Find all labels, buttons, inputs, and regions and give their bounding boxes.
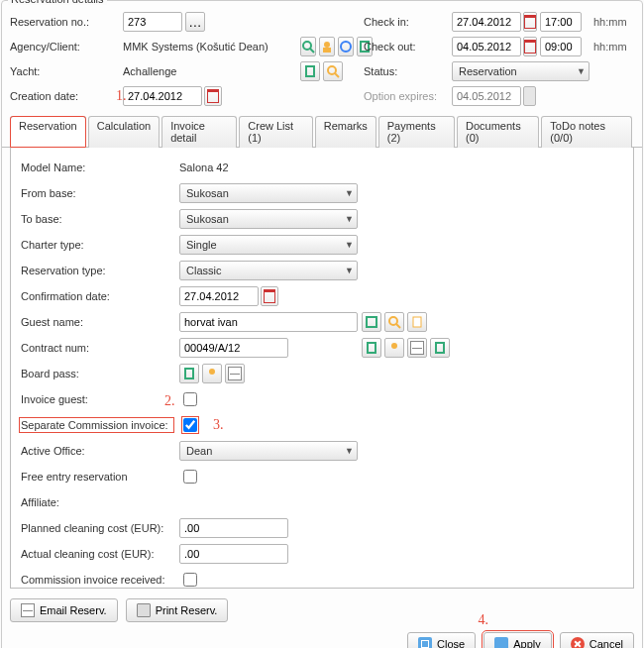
svg-point-14 (391, 343, 397, 349)
label-planned-clean: Planned cleaning cost (EUR): (21, 522, 179, 534)
contract-num-field[interactable] (179, 338, 288, 358)
guest-name-field[interactable] (179, 312, 358, 332)
tab-payments[interactable]: Payments (2) (378, 116, 455, 148)
cancel-label: Cancel (590, 638, 623, 648)
label-to-base: To base: (21, 213, 179, 225)
label-active-office: Active Office: (21, 445, 179, 457)
label-charter-type: Charter type: (21, 239, 179, 251)
edit-icon (410, 315, 424, 329)
svg-rect-9 (367, 317, 376, 327)
agency-globe-button[interactable] (338, 37, 354, 56)
apply-button[interactable]: Apply (483, 632, 552, 648)
guest-add-button[interactable] (362, 312, 381, 332)
guest-search-button[interactable] (384, 312, 404, 332)
email-reservation-button[interactable]: Email Reserv. (10, 598, 118, 622)
chevron-down-icon: ▼ (345, 240, 354, 250)
yacht-value: Achallenge (123, 65, 296, 77)
charter-type-dropdown[interactable]: Single▼ (179, 235, 358, 255)
email-reservation-label: Email Reserv. (40, 604, 107, 616)
option-expires-field (452, 86, 521, 106)
print-reservation-button[interactable]: Print Reserv. (126, 598, 229, 622)
close-button[interactable]: Close (407, 632, 476, 648)
print-reservation-label: Print Reserv. (156, 604, 218, 616)
actual-clean-field[interactable] (179, 544, 288, 564)
boardpass-gen-button[interactable] (179, 364, 199, 383)
cancel-icon (571, 637, 585, 648)
doc-icon (365, 341, 378, 355)
status-dropdown[interactable]: Reservation ▼ (452, 61, 590, 81)
reservation-no-field[interactable] (123, 12, 182, 32)
agency-view-button[interactable] (319, 37, 335, 56)
boardpass-user-button[interactable] (202, 364, 222, 383)
tab-remarks[interactable]: Remarks (315, 116, 376, 148)
reservation-details-panel: Reservation details Reservation no.: … C… (1, 0, 643, 648)
header-grid: Reservation no.: … Check in: hh:mm Agenc… (2, 1, 642, 111)
confirmation-date-field[interactable] (179, 286, 259, 306)
svg-point-17 (209, 369, 215, 375)
chevron-down-icon: ▼ (577, 66, 586, 76)
reservation-type-value: Classic (186, 265, 221, 276)
label-contract-num: Contract num: (21, 342, 179, 354)
tab-calculation[interactable]: Calculation (88, 116, 160, 148)
check-out-time-field[interactable] (540, 37, 582, 56)
separate-commission-invoice-checkbox[interactable] (183, 418, 197, 432)
mail-icon (228, 367, 242, 380)
label-yacht: Yacht: (10, 65, 119, 77)
tabs-row: Reservation Calculation Invoice detail C… (2, 111, 642, 148)
reservation-type-dropdown[interactable]: Classic▼ (179, 261, 358, 280)
calendar-icon[interactable] (523, 37, 537, 56)
search-icon (326, 64, 340, 78)
comm-inv-recv-checkbox[interactable] (183, 573, 197, 587)
label-model-name: Model Name: (21, 162, 179, 173)
globe-icon (339, 40, 353, 54)
contract-sheet-button[interactable] (430, 338, 450, 358)
calendar-disabled-icon (523, 86, 536, 106)
svg-rect-12 (413, 317, 421, 327)
to-base-dropdown[interactable]: Sukosan▼ (179, 209, 358, 229)
tab-reservation[interactable]: Reservation (10, 116, 86, 148)
apply-icon (494, 637, 508, 648)
check-out-date-field[interactable] (452, 37, 521, 56)
label-status: Status: (364, 65, 448, 77)
boardpass-mail-button[interactable] (225, 364, 245, 383)
creation-date-field[interactable] (123, 86, 202, 106)
svg-point-2 (324, 42, 330, 48)
reservation-tab-body: Model Name: Salona 42 From base: Sukosan… (10, 148, 634, 589)
from-base-dropdown[interactable]: Sukosan▼ (179, 183, 358, 203)
free-entry-checkbox[interactable] (183, 470, 197, 484)
invoice-guest-checkbox[interactable] (183, 392, 197, 406)
tab-documents[interactable]: Documents (0) (457, 116, 539, 148)
sheet-icon (303, 64, 317, 78)
active-office-dropdown[interactable]: Dean▼ (179, 441, 358, 461)
svg-line-1 (310, 49, 314, 53)
label-affiliate: Affiliate: (21, 496, 179, 508)
check-in-time-field[interactable] (540, 12, 582, 32)
contract-mail-button[interactable] (407, 338, 427, 358)
cancel-button[interactable]: Cancel (560, 632, 634, 648)
calendar-icon[interactable] (204, 86, 222, 106)
calendar-icon[interactable] (261, 286, 278, 306)
status-value: Reservation (459, 65, 517, 77)
planned-clean-field[interactable] (179, 518, 288, 538)
lookup-reservation-button[interactable]: … (185, 12, 205, 32)
label-check-out: Check out: (364, 41, 448, 53)
active-office-value: Dean (186, 445, 212, 457)
tab-invoice-detail[interactable]: Invoice detail (161, 116, 237, 148)
chevron-down-icon: ▼ (345, 214, 354, 224)
yacht-sheet-button[interactable] (300, 61, 320, 81)
footer-row-1: Email Reserv. Print Reserv. (2, 594, 642, 628)
guest-edit-button[interactable] (407, 312, 427, 332)
doc-icon (182, 367, 196, 380)
calendar-icon[interactable] (523, 12, 537, 32)
label-separate-commission-invoice: Separate Commission invoice: (21, 419, 172, 431)
contract-gen-button[interactable] (362, 338, 381, 358)
tab-crew-list[interactable]: Crew List (1) (239, 116, 312, 148)
label-option-expires: Option expires: (364, 90, 448, 102)
tab-todo-notes[interactable]: ToDo notes (0/0) (541, 116, 632, 148)
yacht-search-button[interactable] (323, 61, 343, 81)
label-guest-name: Guest name: (21, 316, 179, 328)
contract-user-button[interactable] (384, 338, 404, 358)
search-icon (301, 40, 315, 54)
agency-search-button[interactable] (300, 37, 316, 56)
check-in-date-field[interactable] (452, 12, 521, 32)
